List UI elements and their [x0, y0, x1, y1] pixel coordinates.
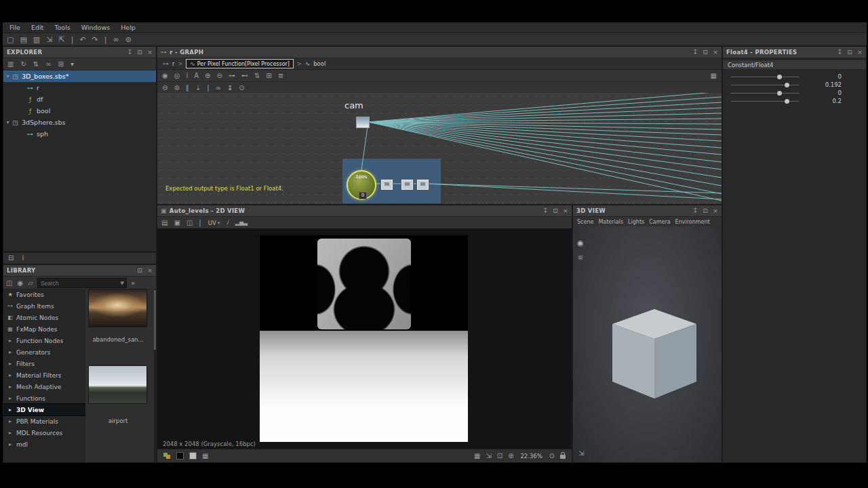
light-icon[interactable]: ☼: [577, 253, 584, 262]
slider-handle[interactable]: [785, 99, 789, 104]
slider[interactable]: [731, 82, 799, 88]
graph-node[interactable]: [401, 180, 413, 190]
float-icon[interactable]: ⊡: [553, 207, 558, 214]
library-category[interactable]: ◧ Atomic Nodes: [3, 312, 85, 323]
undo-icon[interactable]: ↶: [79, 36, 85, 43]
library-category[interactable]: ▸ mdl: [3, 439, 85, 450]
slider-value[interactable]: 0: [838, 73, 842, 80]
link-icon[interactable]: ∞: [113, 36, 119, 43]
close-icon[interactable]: ×: [713, 49, 718, 56]
separator[interactable]: |: [199, 220, 201, 226]
link-icon[interactable]: ∞: [45, 61, 51, 68]
library-thumbnail-label[interactable]: airport: [85, 418, 151, 424]
channels-icon[interactable]: [163, 453, 171, 460]
library-category[interactable]: ▸ Material Filters: [3, 369, 85, 381]
graph-node-cam[interactable]: [356, 117, 370, 128]
float-icon[interactable]: ⊡: [703, 207, 708, 214]
align-icon[interactable]: ≣: [278, 73, 283, 79]
more-icon[interactable]: »: [131, 280, 135, 287]
tree-item[interactable]: ⊶ sph: [3, 128, 156, 140]
slider-handle[interactable]: [785, 83, 789, 87]
filter-funnel-icon[interactable]: ▼: [121, 281, 124, 286]
categories-icon[interactable]: ◫: [6, 280, 12, 287]
slider-value[interactable]: 0: [838, 89, 842, 96]
pin-icon[interactable]: ↧: [692, 207, 698, 214]
snap-icon[interactable]: ⊞: [266, 73, 271, 79]
separator[interactable]: |: [104, 36, 107, 43]
menu-item[interactable]: Edit: [26, 24, 49, 31]
save-icon[interactable]: ▥: [33, 36, 40, 43]
menu-item[interactable]: File: [4, 24, 26, 31]
library-category[interactable]: ▸ PBR Materials: [3, 415, 85, 427]
view3d-menu-item[interactable]: Environment: [675, 219, 710, 225]
resize-grip-icon[interactable]: ⇲: [578, 450, 584, 457]
float-icon[interactable]: ⊡: [137, 267, 142, 274]
float-icon[interactable]: ⊡: [847, 49, 852, 56]
lock-icon[interactable]: [560, 455, 566, 459]
tile-icon[interactable]: ▦: [474, 453, 480, 460]
remove-dot-icon[interactable]: ⊖: [162, 85, 167, 92]
slider-handle[interactable]: [777, 75, 782, 79]
image-icon[interactable]: ▣: [174, 220, 180, 226]
center-icon[interactable]: ⊕: [508, 453, 513, 460]
graph-node[interactable]: [417, 180, 429, 190]
save-all-icon[interactable]: ▥: [7, 61, 14, 68]
tree-item[interactable]: ƒ bool: [3, 105, 156, 117]
library-category[interactable]: ▸ Functions: [3, 392, 85, 404]
frame-icon[interactable]: ⊡: [497, 453, 502, 460]
swap-icon[interactable]: ⇅: [254, 73, 260, 79]
library-category[interactable]: ★ Favorites: [3, 289, 85, 300]
settings-icon[interactable]: ⊚: [125, 36, 132, 43]
histogram-icon[interactable]: ▂▅▃: [235, 220, 248, 226]
library-category[interactable]: ▸ MDL Resources: [3, 427, 85, 439]
library-category[interactable]: ▸ Function Nodes: [3, 335, 85, 346]
zoom-out-icon[interactable]: ⊖: [216, 73, 222, 79]
graph-canvas[interactable]: cam $pos 0 ☝ Expected output type is Flo…: [157, 93, 722, 204]
menu-item[interactable]: Windows: [76, 24, 115, 31]
view3d-canvas[interactable]: ◉☼ ⇲: [573, 226, 722, 462]
breadcrumb-leaf[interactable]: bool: [313, 60, 326, 67]
menu-item[interactable]: Tools: [49, 24, 75, 31]
screenshot-icon[interactable]: ◉: [162, 73, 168, 79]
pin-icon[interactable]: ↧: [542, 207, 548, 214]
sort-icon[interactable]: ⇅: [33, 61, 39, 68]
zoom-level[interactable]: 22.36%: [519, 453, 544, 460]
separator[interactable]: |: [71, 36, 74, 43]
view3d-menu-item[interactable]: Materials: [598, 219, 623, 225]
tree-item[interactable]: ⊶ r: [3, 82, 156, 94]
target-icon[interactable]: ◎: [174, 73, 180, 79]
new-package-icon[interactable]: ⊞: [58, 61, 64, 68]
equal-dot-icon[interactable]: ⊜: [174, 85, 179, 92]
background-swatch-black[interactable]: [176, 452, 184, 460]
drop-icon[interactable]: ⇣: [195, 85, 201, 92]
close-icon[interactable]: ×: [147, 49, 153, 56]
edit-icon[interactable]: ▱: [28, 280, 33, 287]
slider-value[interactable]: 0.192: [825, 81, 842, 88]
refresh-icon[interactable]: ↻: [20, 61, 26, 68]
tree-item[interactable]: ▾ ◳ 3dSphere.sbs: [3, 117, 156, 128]
slider[interactable]: [731, 98, 799, 104]
library-thumbnail-image[interactable]: [88, 365, 147, 404]
disclosure-icon[interactable]: ▾: [5, 119, 11, 125]
web-icon[interactable]: ◉: [17, 280, 23, 287]
info-icon[interactable]: i: [186, 73, 188, 79]
loop-icon[interactable]: ∞: [216, 85, 221, 92]
grid-options-icon[interactable]: ▦: [711, 73, 717, 79]
library-category[interactable]: ▦ FxMap Nodes: [3, 323, 85, 335]
link-icon[interactable]: ⊶: [229, 73, 235, 79]
layers-icon[interactable]: ◫: [186, 220, 193, 226]
unlink-icon[interactable]: ⊷: [241, 73, 248, 79]
properties-group-bar[interactable]: Constant/Float4: [723, 60, 866, 70]
slider-handle[interactable]: [777, 91, 782, 96]
save-icon[interactable]: ▤: [161, 220, 167, 226]
info-icon[interactable]: i: [226, 220, 229, 226]
graph-view-icon[interactable]: ⊟: [8, 255, 14, 262]
view3d-menu-item[interactable]: Camera: [649, 219, 670, 225]
filter-icon[interactable]: ▾: [71, 61, 74, 68]
float-icon[interactable]: ⊡: [137, 49, 142, 56]
camera-icon[interactable]: ◉: [577, 239, 584, 247]
library-thumbnail-image[interactable]: [88, 289, 147, 327]
anchor-icon[interactable]: ↨: [227, 85, 233, 92]
fit-view-icon[interactable]: ⇲: [486, 453, 491, 460]
library-category[interactable]: ▸ Mesh Adaptive: [3, 381, 85, 392]
